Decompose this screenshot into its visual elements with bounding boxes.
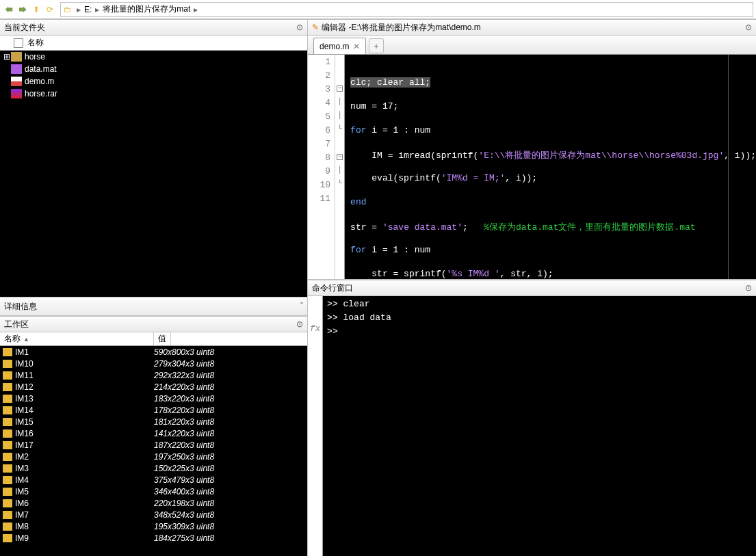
line-number: 2 [308, 70, 335, 84]
workspace-row[interactable]: IM9184x275x3 uint8 [0, 532, 307, 544]
workspace-row[interactable]: IM2197x250x3 uint8 [0, 451, 307, 462]
code-body[interactable]: clc; clear all; num = 17; for i = 1 : nu… [345, 55, 756, 279]
code-line: i = 1 : num [367, 245, 431, 255]
file-row[interactable]: demo.m [0, 75, 307, 88]
workspace-row[interactable]: IM8195x309x3 uint8 [0, 520, 307, 532]
add-tab-button[interactable]: ＋ [369, 38, 384, 53]
workspace-row[interactable]: IM17187x220x3 uint8 [0, 439, 307, 451]
var-name: IM10 [15, 359, 154, 369]
code-line: , i)); [724, 150, 756, 161]
cmd-line: >> load data [327, 313, 752, 326]
file-name: horse.rar [25, 89, 57, 98]
workspace-row[interactable]: IM15181x220x3 uint8 [0, 416, 307, 427]
current-folder-label: 当前文件夹 [4, 22, 45, 34]
line-number: 9 [308, 166, 335, 180]
workspace-row[interactable]: IM10279x304x3 uint8 [0, 358, 307, 369]
file-list-header[interactable]: 名称 [0, 36, 307, 51]
fx-icon[interactable]: fx [308, 296, 323, 556]
var-name: IM17 [15, 440, 154, 450]
workspace-title: 工作区 ⊙ [0, 316, 307, 332]
file-row[interactable]: data.mat [0, 63, 307, 75]
var-value: 178x220x3 uint8 [154, 406, 214, 415]
fold-cell: └ [335, 180, 344, 194]
crumb-drive[interactable]: E: [83, 5, 93, 14]
code-kw: for [350, 245, 366, 255]
var-name: IM7 [15, 510, 154, 520]
file-name: horse [25, 52, 45, 62]
workspace-list: IM1590x800x3 uint8IM10279x304x3 uint8IM1… [0, 346, 307, 556]
code-line: , str, i); [500, 269, 553, 279]
workspace-row[interactable]: IM7348x524x3 uint8 [0, 509, 307, 520]
var-name: IM12 [15, 382, 154, 392]
var-icon [3, 418, 12, 426]
var-value: 187x220x3 uint8 [154, 440, 214, 450]
workspace-row[interactable]: IM4375x479x3 uint8 [0, 474, 307, 486]
expand-icon[interactable]: ⊞ [3, 52, 11, 62]
ws-value-column[interactable]: 值 [154, 332, 171, 345]
cmd-label: 命令行窗口 [312, 282, 353, 294]
line-number: 4 [308, 98, 335, 111]
code-str: 'E:\\将批量的图片保存为mat\\horse\\horse%03d.jpg' [478, 150, 724, 161]
nav-fwd-icon[interactable]: 🡆 [16, 3, 29, 16]
folder-icon [11, 52, 22, 62]
fold-cell [335, 70, 344, 84]
var-icon [3, 383, 12, 391]
path-box[interactable]: 🗀 ▸ E: ▸ 将批量的图片保存为mat ▸ [60, 2, 753, 17]
workspace-row[interactable]: IM6220x198x3 uint8 [0, 497, 307, 509]
file-row[interactable]: ⊞horse [0, 51, 307, 63]
var-icon [3, 511, 12, 519]
details-label: 详细信息 [4, 301, 37, 313]
workspace-row[interactable]: IM1590x800x3 uint8 [0, 346, 307, 358]
var-value: 279x304x3 uint8 [154, 359, 214, 369]
workspace-row[interactable]: IM14178x220x3 uint8 [0, 404, 307, 416]
workspace-row[interactable]: IM11292x322x3 uint8 [0, 369, 307, 381]
fold-box-icon[interactable]: − [337, 154, 343, 160]
workspace-row[interactable]: IM13183x220x3 uint8 [0, 393, 307, 404]
name-column-label: 名称 [27, 37, 44, 49]
ws-name-column[interactable]: 名称 ▲ [0, 332, 154, 345]
details-title: 详细信息 ˆ [0, 297, 307, 316]
sort-asc-icon: ▲ [23, 336, 29, 343]
code-area[interactable]: 1234567891011 −││└−│└ clc; clear all; nu… [308, 55, 756, 279]
var-value: 590x800x3 uint8 [154, 347, 214, 357]
var-name: IM3 [15, 464, 154, 473]
fold-cell: │ [335, 98, 344, 111]
file-name: data.mat [25, 64, 57, 74]
nav-refresh-icon[interactable]: ⟳ [44, 3, 56, 16]
line-number: 7 [308, 139, 335, 153]
cmd-lines[interactable]: >> clear >> load data >> [323, 296, 756, 556]
editor-title-path: E:\将批量的图片保存为mat\demo.m [351, 22, 480, 34]
workspace-row[interactable]: IM12214x220x3 uint8 [0, 381, 307, 393]
var-name: IM6 [15, 499, 154, 508]
tab-demo[interactable]: demo.m ✕ [313, 38, 366, 54]
ws-value-label: 值 [158, 333, 166, 345]
crumb-folder[interactable]: 将批量的图片保存为mat [101, 3, 192, 15]
nav-up-icon[interactable]: ⬆ [30, 3, 42, 16]
fold-box-icon[interactable]: − [337, 85, 343, 92]
file-list: ⊞horsedata.matdemo.mhorse.rar [0, 51, 307, 297]
workspace-row[interactable]: IM5346x400x3 uint8 [0, 486, 307, 497]
file-row[interactable]: horse.rar [0, 88, 307, 100]
pane-collapse-icon[interactable]: ⊙ [296, 23, 303, 32]
cmd-body[interactable]: fx >> clear >> load data >> [308, 296, 756, 556]
pane-collapse-icon[interactable]: ⊙ [296, 319, 303, 329]
cmd-prompt[interactable]: >> [327, 326, 752, 340]
pane-expand-icon[interactable]: ˆ [300, 302, 303, 311]
workspace-row[interactable]: IM16141x220x3 uint8 [0, 427, 307, 439]
var-value: 183x220x3 uint8 [154, 394, 214, 403]
rar-icon [11, 89, 22, 98]
var-name: IM9 [15, 533, 154, 543]
code-line: , i)); [505, 173, 537, 183]
workspace-label: 工作区 [4, 319, 29, 330]
pane-collapse-icon[interactable]: ⊙ [745, 23, 752, 32]
var-value: 195x309x3 uint8 [154, 522, 214, 531]
var-value: 181x220x3 uint8 [154, 417, 214, 427]
var-icon [3, 499, 12, 507]
nav-back-icon[interactable]: 🡄 [3, 3, 15, 16]
workspace-row[interactable]: IM3150x225x3 uint8 [0, 462, 307, 474]
var-value: 292x322x3 uint8 [154, 371, 214, 380]
pane-collapse-icon[interactable]: ⊙ [745, 283, 752, 293]
close-icon[interactable]: ✕ [353, 42, 360, 51]
var-value: 220x198x3 uint8 [154, 499, 214, 508]
cmd-title: 命令行窗口 ⊙ [308, 280, 756, 296]
